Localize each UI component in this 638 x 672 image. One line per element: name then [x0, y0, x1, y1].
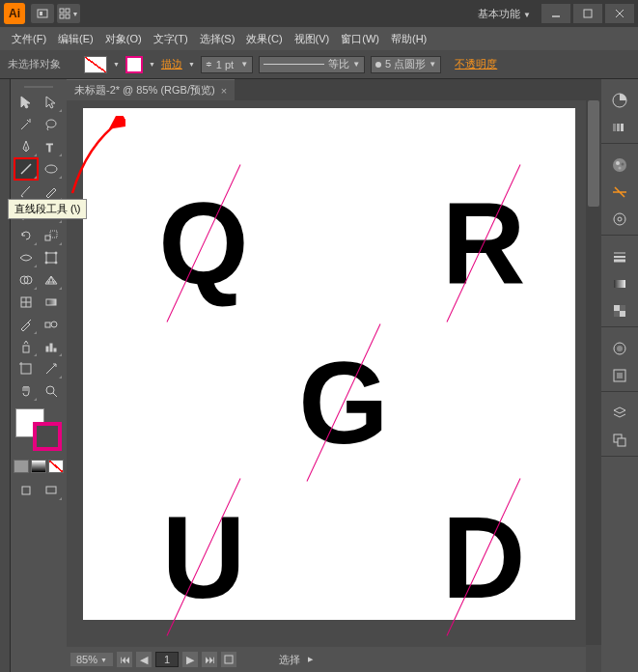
menu-select[interactable]: 选择(S) [194, 32, 241, 46]
svg-rect-42 [225, 656, 233, 663]
eyedropper-tool[interactable] [14, 314, 38, 335]
bridge-icon[interactable] [31, 4, 54, 23]
svg-rect-4 [60, 14, 64, 18]
artboard-tool[interactable] [14, 358, 38, 379]
maximize-button[interactable] [573, 4, 602, 23]
svg-point-22 [55, 262, 57, 264]
menu-help[interactable]: 帮助(H) [385, 32, 432, 46]
next-artboard-button[interactable]: ▶ [182, 652, 198, 667]
menu-edit[interactable]: 编辑(E) [52, 32, 99, 46]
panel-color-icon[interactable] [608, 89, 631, 112]
svg-rect-2 [60, 9, 64, 13]
menu-type[interactable]: 文字(T) [148, 32, 194, 46]
scale-tool[interactable] [40, 225, 63, 246]
panel-color-guide-icon[interactable] [608, 116, 631, 139]
panel-stroke-icon[interactable] [608, 245, 631, 268]
artboard[interactable]: QRGUD [83, 108, 575, 620]
type-tool[interactable]: T [40, 136, 63, 157]
panel-artboards-icon[interactable] [608, 429, 631, 452]
menu-effect[interactable]: 效果(C) [240, 32, 288, 46]
zoom-dropdown[interactable]: 85% ▼ [70, 653, 113, 666]
last-artboard-button[interactable]: ⏭ [202, 652, 217, 667]
svg-rect-18 [46, 253, 56, 263]
artboard-number[interactable]: 1 [155, 652, 179, 667]
svg-rect-17 [50, 231, 57, 238]
color-mode-none[interactable] [48, 460, 64, 473]
vertical-scrollbar[interactable] [586, 100, 601, 645]
panel-layers-icon[interactable] [608, 402, 631, 425]
svg-rect-28 [46, 299, 56, 305]
workspace-switcher[interactable]: 基本功能 ▼ [478, 7, 531, 21]
arrange-icon[interactable]: ▼ [57, 4, 80, 23]
symbol-sprayer-tool[interactable] [14, 336, 38, 357]
svg-line-12 [21, 164, 31, 174]
color-mode-color[interactable] [14, 460, 29, 473]
opacity-label[interactable]: 不透明度 [455, 57, 497, 71]
menu-view[interactable]: 视图(V) [289, 32, 336, 46]
menu-object[interactable]: 对象(O) [99, 32, 148, 46]
pen-tool[interactable] [14, 136, 38, 157]
draw-mode[interactable] [14, 480, 38, 501]
svg-point-48 [616, 161, 620, 165]
svg-rect-3 [66, 9, 69, 13]
left-gutter [0, 79, 11, 672]
svg-rect-45 [617, 124, 620, 131]
panel-appearance-icon[interactable] [608, 337, 631, 360]
prev-artboard-button[interactable]: ◀ [136, 652, 152, 667]
svg-rect-40 [22, 487, 30, 494]
ellipse-tool[interactable] [40, 158, 63, 180]
svg-point-13 [45, 165, 57, 173]
panel-transparency-icon[interactable] [608, 299, 631, 322]
selection-tool[interactable] [14, 92, 38, 113]
menu-window[interactable]: 窗口(W) [335, 32, 385, 46]
hand-tool[interactable] [14, 380, 38, 402]
svg-rect-31 [23, 346, 29, 352]
lasso-tool[interactable] [40, 114, 63, 135]
svg-rect-58 [620, 311, 625, 317]
svg-point-38 [46, 386, 54, 394]
shape-builder-tool[interactable] [14, 269, 38, 291]
svg-rect-34 [54, 349, 56, 351]
direct-selection-tool[interactable] [40, 92, 63, 113]
width-tool[interactable] [14, 247, 38, 268]
brush-dropdown[interactable]: 5 点圆形▼ [371, 56, 441, 73]
panel-symbols-icon[interactable] [608, 208, 631, 231]
line-segment-tool[interactable] [14, 158, 38, 180]
toolbox-grip[interactable] [13, 83, 65, 91]
first-artboard-button[interactable]: ⏮ [117, 652, 132, 667]
rotate-tool[interactable] [14, 225, 38, 246]
svg-point-20 [55, 252, 57, 254]
close-button[interactable] [605, 4, 634, 23]
tab-close-icon[interactable]: × [221, 85, 227, 97]
stroke-label[interactable]: 描边 [161, 57, 182, 71]
mesh-tool[interactable] [14, 292, 38, 313]
svg-point-10 [46, 120, 56, 127]
fill-stroke-control[interactable] [15, 408, 62, 451]
panel-brushes-icon[interactable] [608, 181, 631, 204]
screen-mode[interactable] [40, 480, 63, 501]
menu-file[interactable]: 文件(F) [6, 32, 52, 46]
artboard-nav-icon[interactable] [221, 652, 236, 667]
stroke-weight-dropdown[interactable]: ≑1 pt▼ [201, 56, 253, 73]
svg-point-47 [613, 158, 626, 172]
blend-tool[interactable] [40, 314, 63, 335]
column-graph-tool[interactable] [40, 336, 63, 357]
panel-gradient-icon[interactable] [608, 272, 631, 295]
slice-tool[interactable] [40, 358, 63, 379]
stroke-box[interactable] [33, 422, 62, 451]
scrollbar-thumb[interactable] [588, 100, 599, 207]
svg-rect-60 [614, 311, 620, 317]
document-tab[interactable]: 未标题-2* @ 85% (RGB/预览) × [67, 79, 235, 100]
free-transform-tool[interactable] [40, 247, 63, 268]
panel-graphic-styles-icon[interactable] [608, 364, 631, 387]
gradient-tool[interactable] [40, 292, 63, 313]
fill-swatch[interactable] [84, 56, 107, 73]
profile-dropdown[interactable]: 等比▼ [259, 56, 365, 73]
zoom-tool[interactable] [40, 380, 63, 402]
color-mode-gradient[interactable] [31, 460, 46, 473]
panel-swatches-icon[interactable] [608, 154, 631, 177]
stroke-swatch[interactable] [125, 56, 143, 73]
magic-wand-tool[interactable] [14, 114, 38, 135]
perspective-grid-tool[interactable] [40, 269, 63, 291]
minimize-button[interactable] [541, 4, 570, 23]
